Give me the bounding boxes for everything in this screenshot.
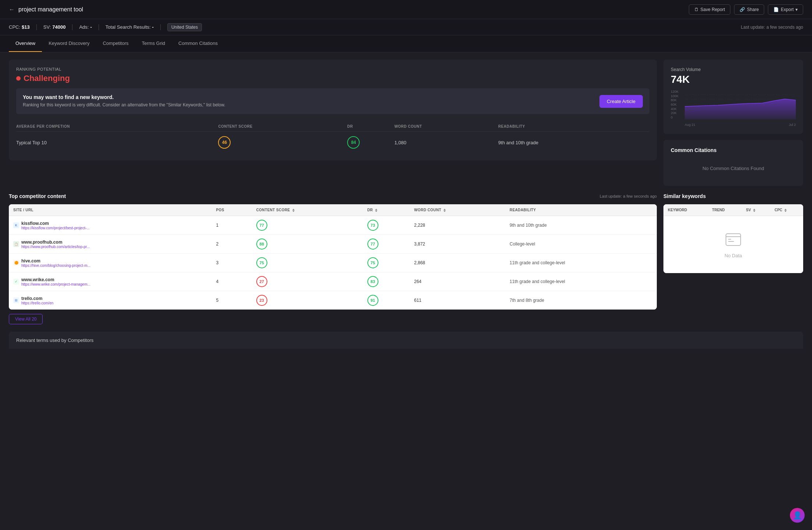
ranking-potential-card: Ranking Potential Challenging You may wa…: [9, 60, 657, 160]
similar-kw-table: KEYWORD TREND SV CPC: [663, 204, 803, 273]
sort-sv-icon[interactable]: [753, 209, 755, 212]
site-favicon-4: ✓: [13, 279, 19, 285]
site-favicon-3: 🟠: [13, 260, 19, 266]
table-row: 📋 www.proofhub.com https://www.proofhub.…: [9, 235, 657, 254]
meta-divider-4: [160, 24, 161, 30]
tab-competitors[interactable]: Competitors: [96, 35, 135, 52]
dr-circle: 84: [347, 136, 360, 149]
dr-circle-1: 73: [367, 220, 378, 231]
left-column: Ranking Potential Challenging You may wa…: [9, 60, 657, 186]
total-value: -: [152, 24, 154, 30]
export-button[interactable]: 📄 Export ▾: [768, 4, 803, 15]
no-citations-text: No Common Citations Found: [671, 158, 796, 179]
save-report-button[interactable]: 🗒 Save Report: [689, 4, 731, 15]
row-label: Typical Top 10: [16, 132, 218, 153]
stats-table: AVERAGE PER COMPETION CONTENT SCORE DR W…: [16, 121, 649, 153]
content-score-circle: 46: [218, 136, 231, 149]
meta-divider-3: [99, 24, 99, 30]
read-2: College-level: [505, 235, 657, 254]
tab-common-citations[interactable]: Common Citations: [172, 35, 224, 52]
pos-5: 5: [211, 291, 252, 310]
ranking-dot: [16, 76, 21, 81]
table-row: ✓ www.wrike.com https://www.wrike.com/pr…: [9, 272, 657, 291]
create-article-button[interactable]: Create Article: [599, 95, 643, 108]
read-1: 9th and 10th grade: [505, 216, 657, 235]
pos-3: 3: [211, 254, 252, 272]
cpc-metric: CPC: $13: [9, 24, 30, 30]
table-row: K kissflow.com https://kissflow.com/proj…: [9, 216, 657, 235]
footer-section: Relevant terms used by Competitors: [9, 332, 803, 349]
similar-kw-table-wrapper: KEYWORD TREND SV CPC: [663, 204, 803, 273]
cpc-value: $13: [22, 24, 30, 30]
similar-keywords-section: Similar keywords KEYWORD TREND SV CPC: [663, 193, 803, 324]
search-volume-card: Search Volume 74K 120K 100K 80K 60K 40K …: [663, 60, 803, 134]
sort-dr-icon[interactable]: [375, 209, 377, 212]
share-button[interactable]: 🔗 Share: [734, 4, 764, 15]
sort-cpc-icon[interactable]: [784, 209, 787, 212]
col-readability: READABILITY: [498, 121, 649, 132]
top-bar-left: ← project management tool: [9, 6, 83, 13]
th-word-count: WORD COUNT: [410, 204, 505, 216]
site-url-cell-2: 📋 www.proofhub.com https://www.proofhub.…: [9, 235, 211, 254]
svg-rect-9: [728, 241, 734, 242]
cs-circle-1: 77: [256, 220, 267, 231]
no-data-icon: [724, 231, 742, 248]
site-url-cell-5: ⊞ trello.com https://trello.com/en: [9, 291, 211, 310]
share-icon: 🔗: [740, 7, 745, 12]
chevron-down-icon: ▾: [795, 7, 798, 12]
cs-3: 75: [252, 254, 363, 272]
cs-circle-5: 23: [256, 295, 267, 306]
chart-yaxis: 120K 100K 80K 60K 40K 20K 0: [671, 90, 679, 119]
read-5: 7th and 8th grade: [505, 291, 657, 310]
competitor-section-header: Top competitor content Last update: a fe…: [9, 193, 657, 199]
th-pos: POS: [211, 204, 252, 216]
site-favicon-2: 📋: [13, 241, 19, 247]
tab-overview[interactable]: Overview: [9, 35, 42, 52]
dr-cell: 84: [347, 132, 394, 153]
back-button[interactable]: ←: [9, 6, 15, 13]
readability-cell: 9th and 10th grade: [498, 132, 649, 153]
th-site-url: SITE / URL: [9, 204, 211, 216]
meta-divider: [36, 24, 37, 30]
footer-title: Relevant terms used by Competitors: [16, 338, 93, 343]
similar-kw-title: Similar keywords: [663, 193, 706, 199]
chart-xaxis: Aug 21 Jul 2: [685, 123, 796, 127]
th-sv: SV: [742, 204, 770, 216]
total-search-metric: Total Search Results: -: [106, 24, 154, 30]
site-favicon-5: ⊞: [13, 297, 19, 303]
competitor-table-wrapper: SITE / URL POS CONTENT SCORE DR WORD COU…: [9, 204, 657, 310]
save-icon: 🗒: [694, 7, 699, 12]
avatar[interactable]: 👤: [790, 508, 805, 523]
col-content-score: CONTENT SCORE: [218, 121, 347, 132]
col-avg-competition: AVERAGE PER COMPETION: [16, 121, 218, 132]
th-trend: TREND: [708, 204, 741, 216]
ads-value: -: [90, 24, 92, 30]
th-readability: READABILITY: [505, 204, 657, 216]
export-icon: 📄: [773, 7, 779, 12]
svg-rect-6: [726, 234, 741, 245]
sv-value: 74000: [52, 24, 65, 30]
tab-keyword-discovery[interactable]: Keyword Discovery: [42, 35, 96, 52]
ranking-value: Challenging: [16, 74, 649, 83]
svg-rect-8: [728, 239, 731, 240]
col-word-count: WORD COUNT: [394, 121, 498, 132]
site-favicon-1: K: [13, 222, 19, 228]
country-selector[interactable]: United States: [167, 23, 202, 31]
site-url-cell-4: ✓ www.wrike.com https://www.wrike.com/pr…: [9, 272, 211, 291]
sort-content-score-icon[interactable]: [292, 209, 295, 212]
site-url-cell-3: 🟠 hive.com https://hive.com/blog/choosin…: [9, 254, 211, 272]
sort-wc-icon[interactable]: [444, 209, 446, 212]
col-dr: DR: [347, 121, 394, 132]
view-all-button[interactable]: View All 20: [9, 314, 43, 324]
th-keyword: KEYWORD: [663, 204, 708, 216]
meta-divider-2: [72, 24, 72, 30]
dr-circle-5: 91: [367, 295, 378, 306]
pos-2: 2: [211, 235, 252, 254]
th-content-score: CONTENT SCORE: [252, 204, 363, 216]
cs-4: 27: [252, 272, 363, 291]
meta-bar: CPC: $13 SV: 74000 Ads: - Total Search R…: [0, 19, 812, 35]
competitor-section-title: Top competitor content: [9, 193, 66, 199]
wc-2: 3,872: [410, 235, 505, 254]
cs-5: 23: [252, 291, 363, 310]
tab-terms-grid[interactable]: Terms Grid: [135, 35, 172, 52]
